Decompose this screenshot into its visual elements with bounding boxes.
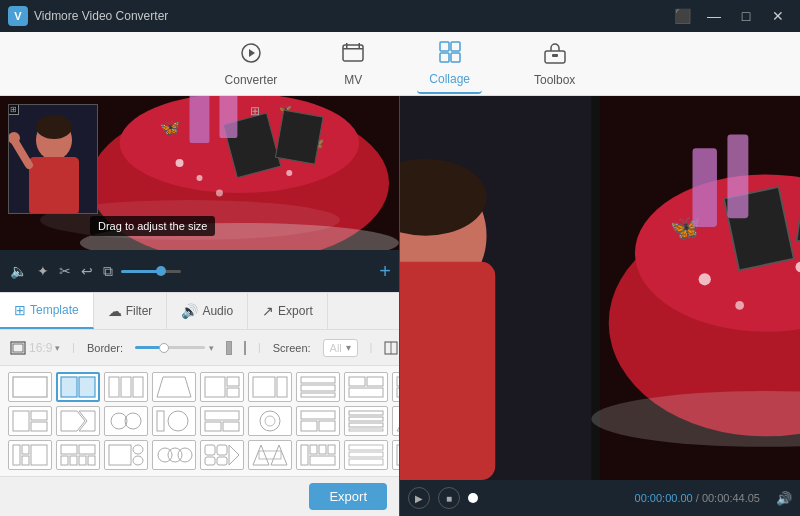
template-trap[interactable] [152, 372, 196, 402]
template-r2-3[interactable] [104, 406, 148, 436]
svg-rect-47 [205, 377, 225, 397]
undo-icon[interactable]: ↩ [79, 261, 95, 281]
export-tab-label: Export [278, 304, 313, 318]
tab-template[interactable]: ⊞ Template [0, 293, 94, 329]
template-r3-8[interactable] [344, 440, 388, 470]
svg-rect-87 [349, 411, 383, 415]
grid-pattern-icon[interactable] [226, 341, 232, 355]
nav-toolbox[interactable]: Toolbox [522, 35, 587, 93]
copy-icon[interactable]: ⧉ [101, 261, 115, 282]
svg-text:🦋: 🦋 [160, 118, 180, 137]
nav-collage[interactable]: Collage [417, 34, 482, 94]
svg-rect-5 [343, 48, 363, 50]
svg-rect-54 [301, 393, 335, 397]
play-button[interactable]: ▶ [408, 487, 430, 509]
svg-rect-124 [88, 456, 95, 465]
screen-select[interactable]: All [323, 339, 358, 357]
right-preview: 🦋 🦋 [400, 96, 800, 480]
template-r3-5[interactable] [200, 440, 244, 470]
template-r3-6[interactable] [248, 440, 292, 470]
app-title: Vidmore Video Converter [34, 9, 668, 23]
export-tab-icon: ↗ [262, 303, 274, 319]
small-video-svg [9, 105, 98, 214]
template-r2-1[interactable] [8, 406, 52, 436]
export-button[interactable]: Export [309, 483, 387, 510]
close-btn[interactable]: ✕ [764, 6, 792, 26]
svg-rect-28 [190, 96, 210, 143]
border-slider[interactable] [135, 346, 205, 349]
template-h-strips[interactable] [392, 372, 399, 402]
template-three-v[interactable] [296, 372, 340, 402]
svg-rect-147 [397, 445, 399, 465]
template-r3-1[interactable] [8, 440, 52, 470]
tab-export[interactable]: ↗ Export [248, 293, 328, 329]
template-r3-4[interactable] [152, 440, 196, 470]
svg-rect-80 [205, 422, 221, 431]
progress-indicator[interactable] [468, 493, 478, 503]
stop-button[interactable]: ■ [438, 487, 460, 509]
template-r3-7[interactable] [296, 440, 340, 470]
nav-converter[interactable]: Converter [213, 35, 290, 93]
template-row-2 [8, 406, 391, 436]
small-video-overlay[interactable]: ⊞ [8, 104, 98, 214]
right-volume-icon[interactable]: 🔊 [776, 491, 792, 506]
message-btn[interactable]: ⬛ [668, 6, 696, 26]
video-preview[interactable]: 🦋 🦋 🦋 [0, 96, 399, 250]
maximize-btn[interactable]: □ [732, 6, 760, 26]
svg-rect-41 [61, 377, 77, 397]
svg-point-83 [265, 416, 275, 426]
add-button[interactable]: + [379, 260, 391, 283]
template-2plus1[interactable] [344, 372, 388, 402]
template-r2-6[interactable] [248, 406, 292, 436]
template-r2-4[interactable] [152, 406, 196, 436]
window-controls: ⬛ — □ ✕ [668, 6, 792, 26]
svg-rect-134 [217, 457, 227, 465]
tab-filter[interactable]: ☁ Filter [94, 293, 168, 329]
svg-rect-177 [400, 262, 495, 480]
template-r3-9[interactable] [392, 440, 399, 470]
template-r3-3[interactable] [104, 440, 148, 470]
collage-label: Collage [429, 72, 470, 86]
time-separator: / [696, 492, 699, 504]
nav-mv[interactable]: MV [329, 35, 377, 93]
template-r2-9[interactable] [392, 406, 399, 436]
volume-slider[interactable] [121, 270, 181, 273]
svg-text:V: V [14, 10, 22, 22]
sparkle-icon[interactable]: ✦ [35, 261, 51, 281]
template-wide-narrow[interactable] [248, 372, 292, 402]
minimize-btn[interactable]: — [700, 6, 728, 26]
template-single[interactable] [8, 372, 52, 402]
svg-point-78 [168, 411, 188, 431]
border-control: ▾ [135, 343, 214, 353]
border-dropdown-icon[interactable]: ▾ [209, 343, 214, 353]
template-r2-2[interactable] [56, 406, 100, 436]
page-icon [384, 341, 398, 355]
svg-rect-27 [275, 110, 323, 164]
svg-point-82 [260, 411, 280, 431]
ratio-selector[interactable]: 16:9 ▾ [10, 341, 60, 355]
options-divider1: | [72, 342, 75, 353]
diagonal-pattern-icon[interactable] [244, 341, 246, 355]
template-r3-2[interactable] [56, 440, 100, 470]
template-l-shape[interactable] [200, 372, 244, 402]
screen-value: All [330, 342, 342, 354]
template-r2-5[interactable] [200, 406, 244, 436]
svg-rect-44 [121, 377, 131, 397]
cut-icon[interactable]: ✂ [57, 261, 73, 281]
template-r2-7[interactable] [296, 406, 340, 436]
options-divider2: | [258, 342, 261, 353]
svg-point-187 [699, 273, 711, 285]
svg-marker-46 [157, 377, 191, 397]
svg-marker-136 [253, 445, 269, 465]
svg-rect-56 [367, 377, 383, 386]
template-three-h[interactable] [104, 372, 148, 402]
template-two-vert[interactable] [56, 372, 100, 402]
svg-rect-141 [319, 445, 326, 454]
template-r2-8[interactable] [344, 406, 388, 436]
volume-icon[interactable]: 🔈 [8, 261, 29, 281]
tab-audio[interactable]: 🔊 Audio [167, 293, 248, 329]
svg-rect-120 [79, 445, 95, 454]
svg-marker-74 [79, 411, 95, 431]
grid-marker: ⊞ [8, 104, 19, 115]
svg-rect-145 [349, 452, 383, 457]
